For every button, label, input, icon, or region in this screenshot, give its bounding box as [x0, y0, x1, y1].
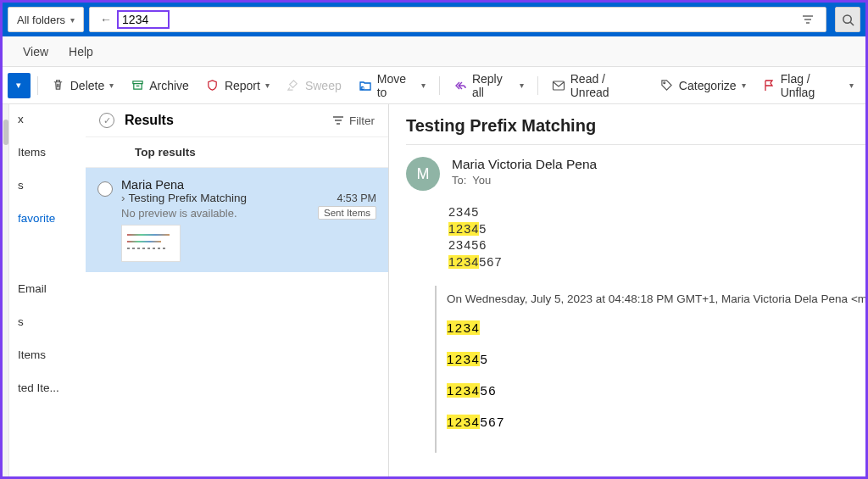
folder-scrollbar[interactable]	[3, 104, 9, 476]
archive-icon	[131, 79, 144, 92]
reply-all-icon	[453, 79, 467, 92]
search-highlight: 1234	[448, 222, 479, 236]
tab-view[interactable]: View	[23, 45, 48, 58]
chevron-down-icon: ▾	[421, 81, 426, 90]
report-label: Report	[225, 79, 260, 92]
categorize-button[interactable]: Categorize ▾	[654, 75, 753, 96]
folder-badge: Sent Items	[318, 206, 376, 220]
chevron-down-icon: ▾	[520, 81, 524, 90]
read-unread-label: Read / Unread	[570, 72, 643, 99]
reply-all-label: Reply all	[472, 72, 515, 99]
folder-scope-dropdown[interactable]: All folders ▾	[8, 7, 84, 32]
folder-scope-label: All folders	[17, 14, 65, 26]
report-button[interactable]: Report ▾	[199, 75, 276, 96]
message-preview: No preview is available.	[121, 207, 237, 220]
chevron-down-icon: ▾	[849, 81, 854, 90]
shield-icon	[206, 79, 220, 92]
folder-item[interactable]: ted Ite...	[18, 382, 86, 394]
search-field[interactable]: ←	[89, 7, 826, 32]
search-input[interactable]	[122, 13, 164, 26]
delete-button[interactable]: Delete ▾	[45, 75, 120, 96]
sender-row: M Maria Victoria Dela Pena To: You	[406, 157, 865, 191]
message-subject: › Testing Prefix Matching	[121, 192, 247, 204]
chevron-down-icon: ▾	[109, 81, 114, 90]
chevron-down-icon: ▾	[742, 81, 746, 90]
main-content: x Items s favorite Email s Items ted Ite…	[3, 104, 865, 476]
chevron-down-icon: ▾	[70, 15, 75, 25]
results-header: ✓ Results Filter	[86, 104, 388, 137]
chevron-right-icon: ›	[121, 192, 125, 204]
categorize-label: Categorize	[679, 79, 737, 92]
message-from: Maria Pena	[121, 178, 376, 192]
message-list: ✓ Results Filter Top results Maria Pena …	[86, 104, 389, 476]
folder-pane: x Items s favorite Email s Items ted Ite…	[9, 104, 86, 476]
folder-item-favorite[interactable]: favorite	[18, 212, 86, 225]
reading-subject: Testing Prefix Matching	[406, 116, 865, 145]
search-highlight: 1234	[448, 255, 479, 269]
message-checkbox[interactable]	[97, 181, 113, 197]
folder-item[interactable]: Items	[18, 348, 86, 361]
ribbon-tabs: View Help	[3, 36, 865, 67]
move-to-button[interactable]: Move to ▾	[352, 69, 432, 103]
search-highlight: 1234	[447, 352, 480, 366]
flag-label: Flag / Unflag	[781, 72, 844, 99]
filter-label: Filter	[349, 114, 375, 127]
trash-icon	[52, 79, 65, 92]
reply-all-button[interactable]: Reply all ▾	[447, 69, 531, 103]
svg-point-8	[664, 82, 665, 84]
tab-help[interactable]: Help	[69, 45, 93, 58]
delete-label: Delete	[70, 79, 104, 92]
svg-rect-5	[133, 81, 142, 84]
recipient-line: To: You	[452, 174, 597, 187]
envelope-icon	[552, 79, 565, 92]
select-all-checkbox[interactable]: ✓	[99, 113, 114, 128]
filter-icon[interactable]	[795, 7, 821, 32]
results-title: Results	[125, 113, 322, 128]
folder-item[interactable]: s	[18, 315, 86, 328]
reading-pane: Testing Prefix Matching M Maria Victoria…	[389, 104, 865, 476]
avatar: M	[406, 157, 440, 191]
folder-arrow-icon	[359, 79, 372, 92]
svg-line-4	[850, 22, 854, 25]
folder-item[interactable]: Items	[18, 146, 86, 159]
folder-item[interactable]: x	[18, 113, 86, 125]
sweep-label: Sweep	[305, 79, 342, 92]
flag-icon	[763, 79, 776, 92]
sweep-button: Sweep	[280, 75, 348, 96]
message-time: 4:53 PM	[337, 192, 376, 204]
chevron-down-icon: ▾	[265, 81, 270, 90]
archive-button[interactable]: Archive	[124, 75, 196, 96]
read-unread-button[interactable]: Read / Unread	[545, 69, 650, 103]
quoted-header: On Wednesday, July 5, 2023 at 04:48:18 P…	[447, 292, 865, 305]
search-button[interactable]	[835, 7, 860, 32]
folder-item[interactable]: Email	[18, 282, 86, 295]
move-to-label: Move to	[377, 72, 416, 99]
search-highlight: 1234	[447, 320, 480, 335]
tag-icon	[660, 79, 674, 92]
sweep-icon	[287, 79, 300, 92]
sender-name: Maria Victoria Dela Pena	[452, 157, 597, 172]
top-results-heading: Top results	[86, 137, 388, 168]
archive-label: Archive	[149, 79, 189, 92]
svg-point-3	[843, 14, 850, 22]
search-highlight: 1234	[447, 415, 480, 429]
quoted-message: On Wednesday, July 5, 2023 at 04:48:18 P…	[435, 286, 865, 453]
flag-button[interactable]: Flag / Unflag ▾	[756, 69, 860, 103]
toolbar: ▾ Delete ▾ Archive Report ▾ Sweep Move t…	[3, 67, 865, 104]
folder-item[interactable]: s	[18, 179, 86, 192]
message-item-selected[interactable]: Maria Pena › Testing Prefix Matching 4:5…	[86, 168, 388, 272]
message-thumbnail	[121, 225, 181, 262]
search-highlight: 1234	[447, 383, 480, 398]
filter-button[interactable]: Filter	[332, 114, 375, 127]
back-arrow-icon[interactable]: ←	[95, 13, 117, 26]
new-mail-dropdown[interactable]: ▾	[8, 73, 31, 98]
search-bar: All folders ▾ ←	[3, 3, 865, 36]
search-query-highlight	[117, 10, 170, 29]
message-body: 2345 12345 23456 1234567	[406, 204, 865, 270]
